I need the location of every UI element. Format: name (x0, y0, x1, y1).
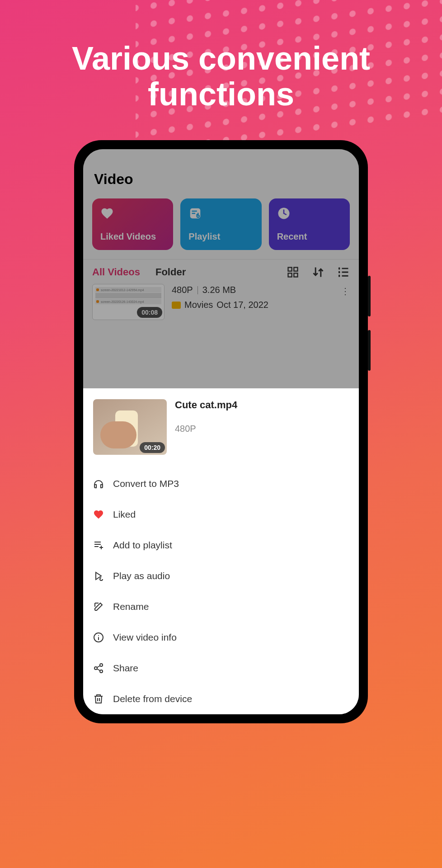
action-view-info[interactable]: View video info (93, 622, 349, 653)
heart-icon (93, 509, 104, 520)
action-liked[interactable]: Liked (93, 499, 349, 530)
action-label: Add to playlist (113, 540, 172, 551)
action-delete[interactable]: Delete from device (93, 684, 349, 714)
action-label: Liked (113, 509, 136, 520)
action-convert-mp3[interactable]: Convert to MP3 (93, 468, 349, 499)
svg-point-11 (100, 664, 103, 666)
play-audio-icon (93, 571, 104, 581)
action-add-playlist[interactable]: Add to playlist (93, 530, 349, 561)
phone-side-button (368, 276, 371, 316)
edit-icon (93, 601, 104, 612)
playlist-add-icon (93, 540, 104, 551)
trash-icon (93, 693, 104, 704)
sheet-video-title: Cute cat.mp4 (175, 399, 237, 411)
action-label: Play as audio (113, 571, 170, 581)
bottom-sheet: 00:20 Cute cat.mp4 480P Convert to MP3 L… (83, 388, 359, 714)
action-share[interactable]: Share (93, 653, 349, 684)
phone-side-button (368, 330, 371, 371)
action-label: Convert to MP3 (113, 478, 179, 489)
share-icon (93, 663, 104, 674)
phone-screen: Video Liked Videos Playlist Recent All V… (83, 149, 359, 714)
marketing-headline: Various convenient functions (0, 41, 442, 112)
action-label: Delete from device (113, 693, 192, 704)
sheet-video-resolution: 480P (175, 424, 237, 434)
action-label: View video info (113, 632, 177, 643)
sheet-thumbnail: 00:20 (93, 399, 167, 455)
action-label: Share (113, 663, 138, 674)
action-play-audio[interactable]: Play as audio (93, 561, 349, 591)
svg-point-12 (94, 667, 97, 670)
action-label: Rename (113, 601, 149, 612)
phone-frame: Video Liked Videos Playlist Recent All V… (74, 140, 368, 723)
headphones-icon (93, 478, 104, 489)
action-rename[interactable]: Rename (93, 591, 349, 622)
svg-point-13 (100, 670, 103, 673)
duration-badge: 00:20 (140, 442, 165, 453)
info-icon (93, 632, 104, 643)
